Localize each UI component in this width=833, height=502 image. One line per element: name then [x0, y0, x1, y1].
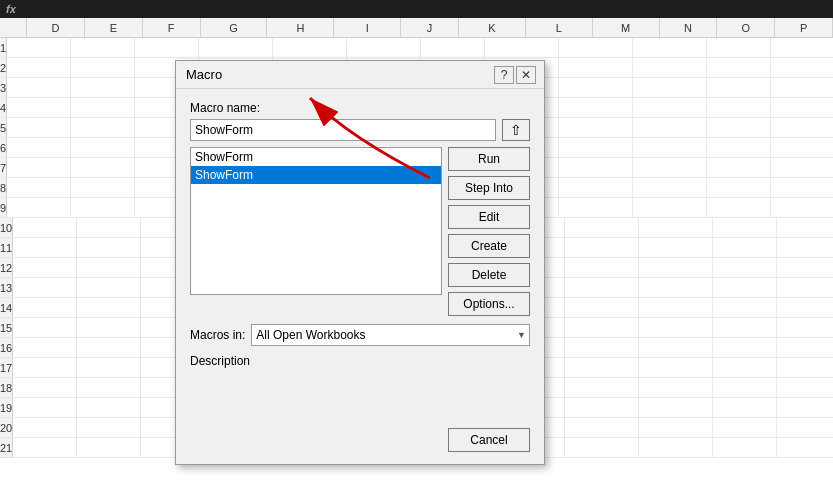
dialog-close-button[interactable]: ✕: [516, 66, 536, 84]
macro-name-label: Macro name:: [190, 101, 530, 115]
column-headers: D E F G H I J K L M N O P: [0, 18, 833, 38]
dialog-title: Macro: [186, 67, 222, 82]
col-header-g: G: [201, 18, 268, 37]
macro-name-input[interactable]: [190, 119, 496, 141]
macros-in-select-wrapper[interactable]: All Open Workbooks This Workbook: [251, 324, 530, 346]
run-button[interactable]: Run: [448, 147, 530, 171]
macro-name-row: ⇧: [190, 119, 530, 141]
description-area: [190, 368, 530, 408]
create-button[interactable]: Create: [448, 234, 530, 258]
macro-dialog: Macro ? ✕ Macro name: ⇧ ShowForm ShowFor…: [175, 60, 545, 465]
col-header-h: H: [267, 18, 334, 37]
col-header-m: M: [593, 18, 660, 37]
app-logo: fx: [6, 3, 16, 15]
col-header-n: N: [660, 18, 718, 37]
macro-list-item[interactable]: ShowForm: [191, 148, 441, 166]
macro-list-item-selected[interactable]: ShowForm: [191, 166, 441, 184]
step-into-button[interactable]: Step Into: [448, 176, 530, 200]
col-header-e: E: [85, 18, 143, 37]
macros-in-label: Macros in:: [190, 328, 245, 342]
macro-browse-button[interactable]: ⇧: [502, 119, 530, 141]
list-and-buttons: ShowForm ShowForm Run Step Into Edit Cre…: [190, 147, 530, 316]
dialog-titlebar: Macro ? ✕: [176, 61, 544, 89]
delete-button[interactable]: Delete: [448, 263, 530, 287]
description-label: Description: [190, 354, 530, 368]
grid-row: 1: [0, 38, 833, 58]
dialog-body: Macro name: ⇧ ShowForm ShowForm Run Step…: [176, 89, 544, 420]
col-header-f: F: [143, 18, 201, 37]
options-button[interactable]: Options...: [448, 292, 530, 316]
col-header-l: L: [526, 18, 593, 37]
col-header-i: I: [334, 18, 401, 37]
dialog-help-button[interactable]: ?: [494, 66, 514, 84]
macros-in-row: Macros in: All Open Workbooks This Workb…: [190, 324, 530, 346]
col-header-o: O: [717, 18, 775, 37]
macros-in-select[interactable]: All Open Workbooks This Workbook: [251, 324, 530, 346]
dialog-controls: ? ✕: [494, 66, 536, 84]
macro-list[interactable]: ShowForm ShowForm: [190, 147, 442, 295]
dialog-buttons: Run Step Into Edit Create Delete Options…: [448, 147, 530, 316]
taskbar: fx: [0, 0, 833, 18]
col-header-p: P: [775, 18, 833, 37]
macro-list-container: ShowForm ShowForm: [190, 147, 442, 316]
excel-background: D E F G H I J K L M N O P 1: [0, 18, 833, 502]
col-header-d: D: [27, 18, 85, 37]
col-header-j: J: [401, 18, 459, 37]
cancel-button[interactable]: Cancel: [448, 428, 530, 452]
dialog-footer: Cancel: [176, 420, 544, 464]
edit-button[interactable]: Edit: [448, 205, 530, 229]
col-header-k: K: [459, 18, 526, 37]
